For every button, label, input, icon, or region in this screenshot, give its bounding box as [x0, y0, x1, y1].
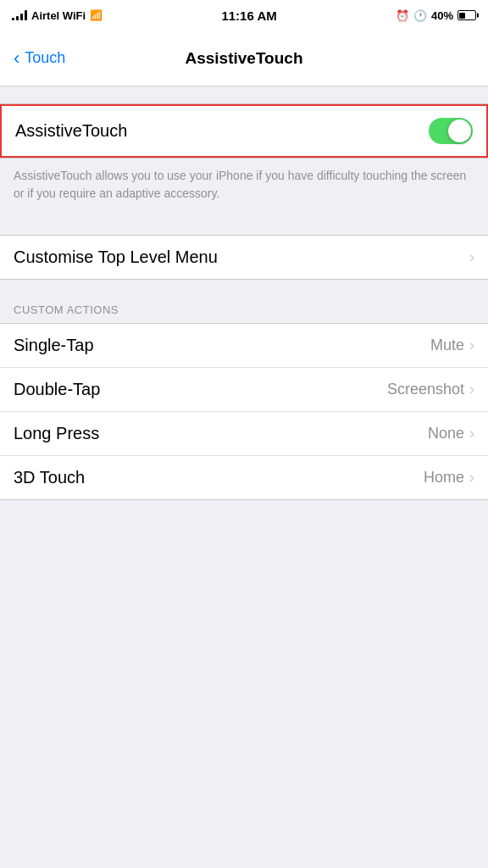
time-label: 11:16 AM — [221, 8, 276, 23]
3d-touch-label: 3D Touch — [14, 468, 85, 487]
double-tap-right: Screenshot › — [387, 381, 474, 398]
assistive-touch-row[interactable]: AssistiveTouch — [0, 104, 488, 158]
double-tap-label: Double-Tap — [14, 380, 100, 399]
long-press-label: Long Press — [14, 424, 99, 443]
3d-touch-row[interactable]: 3D Touch Home › — [0, 456, 488, 499]
long-press-row[interactable]: Long Press None › — [0, 412, 488, 456]
3d-touch-right: Home › — [424, 469, 474, 487]
status-right: ⏰ 🕐 40% — [396, 9, 476, 22]
page-title: AssistiveTouch — [185, 49, 302, 68]
battery-icon — [458, 10, 476, 20]
long-press-right: None › — [428, 425, 474, 442]
custom-actions-section: CUSTOM ACTIONS Single-Tap Mute › Double-… — [0, 297, 488, 500]
single-tap-right: Mute › — [430, 337, 474, 354]
custom-actions-header: CUSTOM ACTIONS — [0, 297, 488, 323]
carrier-label: Airtel WiFi — [31, 9, 86, 22]
assistive-touch-label: AssistiveTouch — [15, 121, 127, 141]
double-tap-chevron: › — [469, 381, 474, 398]
customise-top-level-menu-label: Customise Top Level Menu — [14, 248, 218, 267]
status-left: Airtel WiFi 📶 — [12, 9, 103, 22]
signal-icon — [12, 10, 27, 20]
alarm-icon: ⏰ — [396, 9, 409, 22]
assistive-touch-toggle[interactable] — [429, 118, 473, 144]
long-press-value: None — [428, 425, 464, 442]
double-tap-row[interactable]: Double-Tap Screenshot › — [0, 368, 488, 412]
3d-touch-value: Home — [424, 469, 464, 487]
clock-icon: 🕐 — [413, 9, 427, 22]
toggle-knob — [448, 120, 471, 142]
long-press-chevron: › — [469, 425, 474, 442]
status-bar: Airtel WiFi 📶 11:16 AM ⏰ 🕐 40% — [0, 0, 488, 31]
nav-bar: ‹ Touch AssistiveTouch — [0, 31, 488, 86]
single-tap-row[interactable]: Single-Tap Mute › — [0, 324, 488, 368]
battery-percent: 40% — [431, 9, 453, 22]
chevron-icon: › — [469, 248, 474, 266]
back-label: Touch — [25, 49, 65, 67]
single-tap-label: Single-Tap — [14, 336, 94, 355]
top-level-menu-section: Customise Top Level Menu › — [0, 235, 488, 280]
single-tap-value: Mute — [430, 337, 464, 354]
content: AssistiveTouch AssistiveTouch allows you… — [0, 86, 488, 500]
double-tap-value: Screenshot — [387, 381, 464, 398]
assistive-touch-description: AssistiveTouch allows you to use your iP… — [0, 159, 488, 218]
assistive-touch-section: AssistiveTouch — [0, 103, 488, 159]
3d-touch-chevron: › — [469, 469, 474, 487]
back-chevron-icon: ‹ — [14, 47, 19, 70]
single-tap-chevron: › — [469, 337, 474, 354]
wifi-icon: 📶 — [90, 9, 103, 21]
customise-top-level-menu-row[interactable]: Customise Top Level Menu › — [0, 236, 488, 279]
customise-top-level-menu-right: › — [469, 248, 474, 266]
back-button[interactable]: ‹ Touch — [14, 47, 65, 70]
custom-actions-rows: Single-Tap Mute › Double-Tap Screenshot … — [0, 323, 488, 500]
